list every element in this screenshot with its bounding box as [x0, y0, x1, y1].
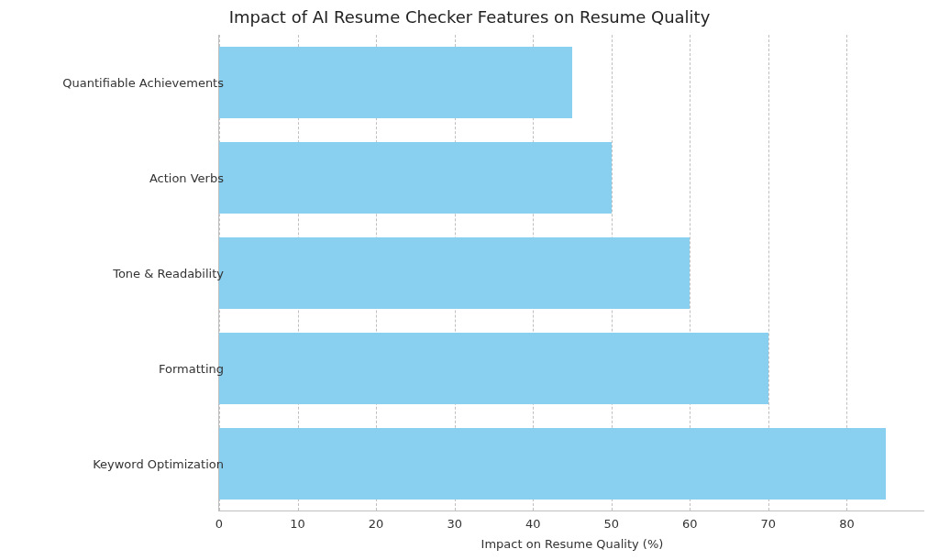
bar — [219, 47, 572, 118]
x-tick-label: 50 — [603, 517, 619, 531]
y-tick-label: Tone & Readability — [113, 267, 224, 280]
y-tick-label: Action Verbs — [149, 171, 224, 185]
x-axis-label: Impact on Resume Quality (%) — [219, 537, 925, 551]
chart-container: Impact of AI Resume Checker Features on … — [0, 0, 939, 560]
plot-area: 0 10 20 30 40 50 60 70 80 Impact on Resu… — [218, 35, 924, 511]
bar — [219, 428, 886, 500]
x-tick-label: 20 — [369, 517, 384, 531]
bar — [219, 237, 690, 309]
x-tick-label: 0 — [215, 517, 223, 531]
y-tick-label: Quantifiable Achievements — [62, 76, 224, 90]
chart-title: Impact of AI Resume Checker Features on … — [0, 7, 939, 27]
x-tick-label: 10 — [290, 517, 305, 531]
y-tick-label: Keyword Optimization — [93, 457, 224, 471]
bar — [219, 142, 612, 214]
x-tick-label: 30 — [447, 517, 462, 531]
bar — [219, 333, 768, 404]
x-tick-label: 70 — [761, 517, 777, 531]
x-tick-label: 40 — [525, 517, 541, 531]
x-tick-label: 80 — [839, 517, 855, 531]
y-tick-label: Formatting — [159, 362, 224, 376]
x-tick-label: 60 — [682, 517, 698, 531]
